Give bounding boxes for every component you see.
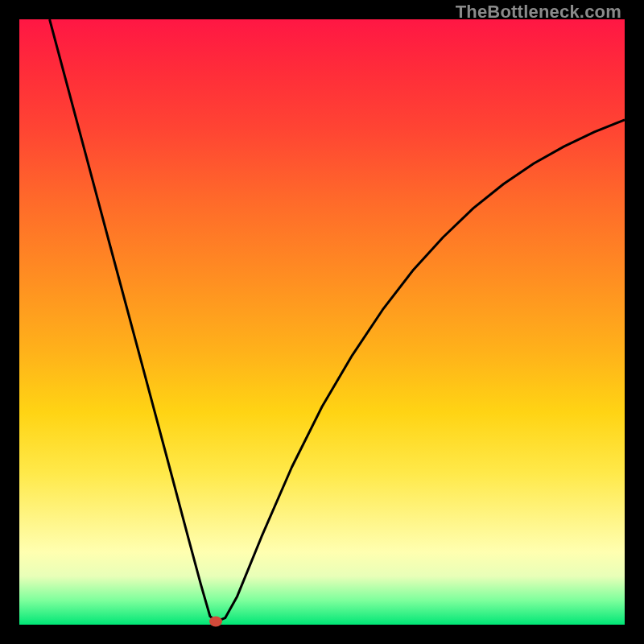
attribution-text: TheBottleneck.com [456, 2, 621, 23]
minimum-marker [209, 617, 222, 627]
bottleneck-curve-path [50, 19, 625, 621]
plot-area [19, 19, 625, 625]
chart-frame: TheBottleneck.com [0, 0, 644, 644]
curve-svg [19, 19, 625, 625]
